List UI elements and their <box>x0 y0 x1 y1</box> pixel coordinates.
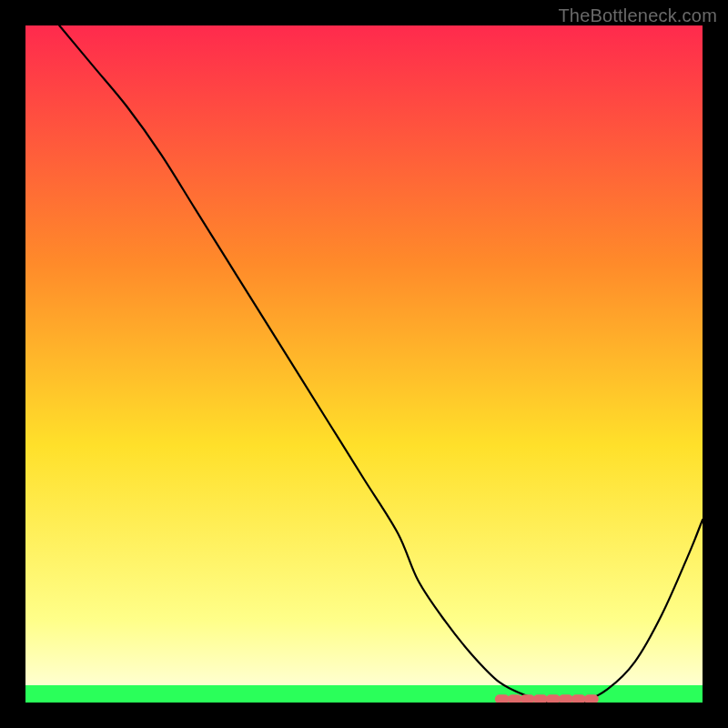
chart-svg <box>25 25 703 703</box>
gradient-background <box>25 25 703 703</box>
plot-area <box>25 25 703 703</box>
chart-container: TheBottleneck.com <box>0 0 728 728</box>
watermark-text: TheBottleneck.com <box>558 5 717 26</box>
